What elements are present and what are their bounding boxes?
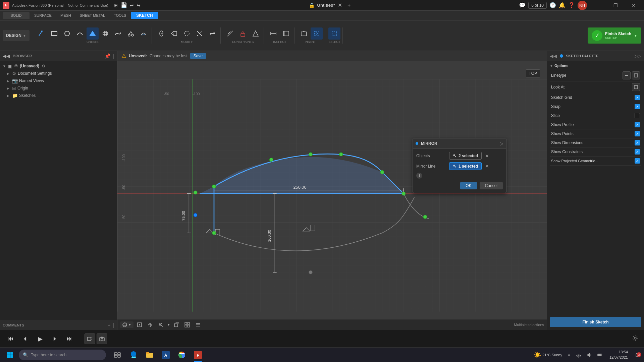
const-btn1[interactable] [224,27,236,40]
line-tool-btn[interactable] [36,27,48,40]
taskview-btn[interactable] [110,348,125,362]
explorer-btn[interactable] [142,348,157,362]
tree-item-sketches[interactable]: ▶ 📁 Sketches ... [1,92,116,99]
tree-item-doc-settings[interactable]: ▶ ⚙ Document Settings [1,70,116,77]
playback-back-btn[interactable]: ⏴ [20,334,31,344]
volume-icon[interactable] [585,352,593,358]
start-button[interactable] [3,348,17,362]
comments-pin-icon[interactable]: | [113,322,114,328]
insert-btn1[interactable] [298,27,310,40]
snap-checkbox[interactable] [635,104,640,109]
tree-item-named-views[interactable]: ▶ 📷 Named Views [1,77,116,84]
palette-expand-icon[interactable]: ▷▷ [634,53,641,59]
ellipse-btn[interactable] [155,27,167,40]
objects-clear-btn[interactable]: ✕ [484,153,490,159]
slice-checkbox[interactable] [635,113,640,118]
sketch-camera-btn[interactable] [97,334,107,344]
insert-btn2[interactable] [311,27,323,40]
zoom-btn[interactable] [156,320,166,329]
tree-settings-icon[interactable]: ⚙ [42,64,46,68]
tab-surface[interactable]: SURFACE [30,13,56,18]
playback-forward-btn[interactable]: ⏵ [50,334,60,344]
modify-btn5[interactable] [206,27,218,40]
mirror-line-badge[interactable]: ↖ 1 selected [449,162,482,170]
tree-item-unsaved[interactable]: ▼ ▣ 👁 (Unsaved) ⚙ [1,62,116,70]
orbit-btn[interactable]: ▼ [120,321,133,328]
save-button[interactable]: Save [190,53,206,59]
search-box[interactable]: 🔍 Type here to search [19,350,106,360]
tab-design[interactable]: SOLID [3,12,30,19]
pan-btn[interactable] [146,320,155,329]
tab-sketch[interactable]: SKETCH [131,12,158,19]
save-icon[interactable]: 💾 [120,2,127,8]
modify-btn2[interactable] [168,27,180,40]
arc-tool-btn[interactable] [74,27,86,40]
help-icon[interactable]: ❓ [568,2,575,8]
bell-icon[interactable]: 🔔 [559,2,566,8]
show-points-checkbox[interactable] [635,131,640,136]
comments-add-icon[interactable]: + [108,322,110,328]
tree-eye-icon[interactable]: 👁 [14,63,18,69]
cancel-button[interactable]: Cancel [480,182,503,189]
snap-btn[interactable] [135,320,144,329]
select-btn[interactable] [328,27,340,40]
ok-button[interactable]: OK [460,182,477,189]
modify-btn3[interactable] [181,27,193,40]
user-avatar[interactable]: KH [578,1,587,10]
triangle-tool-btn[interactable] [87,27,99,40]
circle-tool-btn[interactable] [61,27,73,40]
canvas-area[interactable]: ⚠ Unsaved: Changes may be lost Save TOP [117,51,547,330]
weather-widget[interactable]: ☀️ 21°C Sunny [532,351,564,359]
finish-sketch-toolbar-btn[interactable]: ✓ Finish Sketch SKETCH ▼ [588,27,641,44]
offset-tool-btn[interactable] [138,27,150,40]
tab-mesh[interactable]: MESH [56,13,75,18]
inspect-btn1[interactable] [267,27,279,40]
list-view-btn[interactable] [193,320,203,329]
fusion-btn[interactable]: F [191,348,205,362]
tab-sheet-metal[interactable]: SHEET METAL [76,13,109,18]
design-dropdown[interactable]: DESIGN ▼ [3,30,30,41]
datetime-display[interactable]: 13:54 12/07/2021 [607,350,631,360]
scissors-tool-btn[interactable] [125,27,137,40]
show-constraints-checkbox[interactable] [635,149,640,155]
browser-expand-icon[interactable]: | [113,53,114,59]
grid-view-btn[interactable] [182,320,192,329]
app-menu-icon[interactable]: ⊞ [114,3,118,8]
edge-btn[interactable] [126,348,141,362]
network-icon[interactable] [575,352,583,358]
settings-gear-icon[interactable] [632,335,639,343]
close-tab-icon[interactable]: ✕ [338,2,342,8]
counter-badge[interactable]: 6 of 10 [528,2,547,9]
playback-forward-all-btn[interactable]: ⏭ [64,334,75,344]
const-btn3[interactable] [250,27,262,40]
mirror-dialog-expand-icon[interactable]: ▷ [500,141,503,146]
clock-icon[interactable]: 🕐 [549,2,556,8]
maximize-button[interactable]: ❐ [608,0,623,11]
modify-btn4[interactable] [194,27,206,40]
rectangle-tool-btn[interactable] [48,27,60,40]
playback-play-btn[interactable]: ▶ [35,334,46,344]
tree-item-origin[interactable]: ▶ ⊞ Origin [1,84,116,92]
playback-back-all-btn[interactable]: ⏮ [5,334,16,344]
sketch-record-btn[interactable] [85,334,95,344]
palette-back-icon[interactable]: ◀◀ [550,53,557,59]
spline-tool-btn[interactable] [112,27,124,40]
mirror-line-clear-btn[interactable]: ✕ [484,163,490,170]
look-at-icon-btn[interactable] [632,83,640,91]
browser-pin-icon[interactable]: 📌 [105,53,110,59]
browser-back-icon[interactable]: ◀◀ [3,53,10,59]
sketch-canvas[interactable]: -100 -50 50 -50 -100 [117,61,547,330]
point-tool-btn[interactable] [99,27,111,40]
options-section-header[interactable]: ▼ Options [550,64,641,68]
linetype-icon-btn1[interactable] [623,71,631,79]
sketch-grid-checkbox[interactable] [635,95,640,100]
zoom-dropdown[interactable]: ▼ [167,323,170,326]
linetype-icon-btn2[interactable] [632,71,640,79]
chrome-btn[interactable] [174,348,189,362]
show-projected-checkbox[interactable] [635,158,640,164]
objects-badge[interactable]: ↖ 2 selected [449,152,482,160]
tab-tools[interactable]: TOOLS [110,13,130,18]
undo-icon[interactable]: ↩ [130,3,134,8]
minimize-button[interactable]: — [590,0,605,11]
inspect-btn2[interactable] [280,27,292,40]
